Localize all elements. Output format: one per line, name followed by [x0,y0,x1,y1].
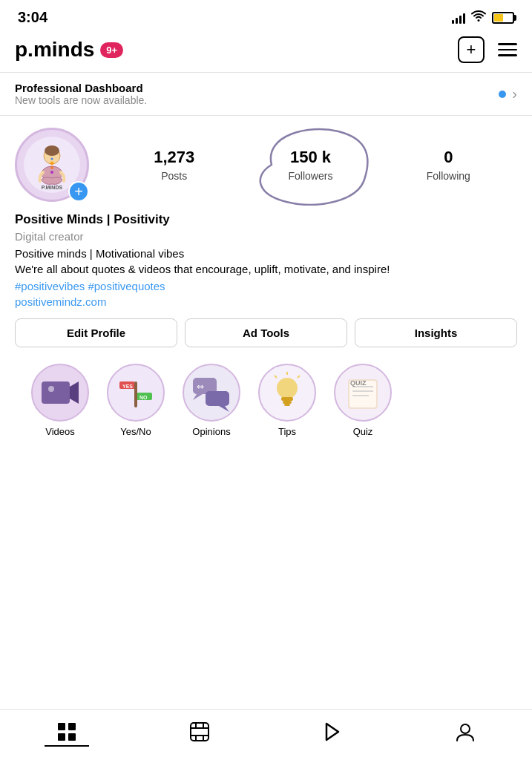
highlight-circle-videos [31,364,89,422]
highlight-yesno[interactable]: YES NO Yes/No [102,364,169,437]
pro-banner-title: Professional Dashboard [15,82,147,94]
edit-profile-button[interactable]: Edit Profile [15,318,177,347]
add-icon: + [458,36,485,63]
svg-marker-9 [70,381,79,404]
wifi-icon [471,10,486,25]
status-time: 3:04 [18,9,47,26]
video-camera-icon [38,370,82,415]
svg-line-29 [275,376,277,378]
highlight-quiz[interactable]: QUIZ Quiz [329,364,396,437]
following-stat: 0 Following [427,148,470,182]
nav-grid[interactable] [45,718,89,747]
status-icons [452,10,514,25]
svg-rect-44 [203,723,204,727]
profile-section: P.MINDS + 1,273 Posts 150 k Followers 0 … [0,116,532,508]
svg-line-28 [298,376,300,378]
nav-play[interactable] [310,718,355,745]
yesno-icon: YES NO [114,370,158,415]
svg-rect-46 [203,736,204,741]
signal-icon [452,12,465,24]
svg-rect-26 [284,404,290,406]
highlight-label-yesno: Yes/No [120,426,151,437]
highlight-videos[interactable]: Videos [27,364,93,437]
highlight-label-quiz: Quiz [353,426,373,437]
pro-banner-right: › [499,85,517,102]
svg-rect-45 [195,736,197,741]
svg-rect-43 [195,723,197,727]
highlight-circle-yesno: YES NO [107,364,165,422]
highlight-circle-tips [258,364,316,422]
chevron-right-icon: › [512,85,517,102]
action-buttons: Edit Profile Ad Tools Insights [15,318,517,347]
highlight-circle-quiz: QUIZ [334,364,392,422]
tips-lightbulb-icon [265,370,309,415]
svg-point-5 [50,166,53,169]
insights-button[interactable]: Insights [355,318,517,347]
svg-text:QUIZ: QUIZ [350,379,367,387]
add-story-button[interactable]: + [68,181,89,202]
svg-rect-40 [191,723,208,741]
svg-marker-19 [193,394,203,400]
following-count: 0 [444,148,453,167]
battery-icon [492,12,514,24]
svg-point-48 [461,724,470,733]
profile-bio: Positive minds | Motivational vibes We'r… [15,246,517,277]
profile-hashtags[interactable]: #positivevibes #positivequotes [15,280,517,292]
followers-count: 150 k [290,148,331,167]
svg-text:NO: NO [139,395,148,400]
svg-rect-8 [42,381,70,404]
highlight-label-opinions: Opinions [192,426,230,437]
profile-icon [455,721,476,742]
username: p.minds [15,38,94,62]
svg-rect-41 [191,727,208,729]
followers-stat: 150 k Followers [289,148,333,182]
blue-dot-icon [499,91,506,98]
highlight-opinions[interactable]: ⇔ Opinions [178,364,245,437]
stats-container: 1,273 Posts 150 k Followers 0 Following [107,148,517,182]
svg-marker-47 [326,724,338,740]
play-icon [322,721,343,742]
svg-rect-37 [68,723,76,730]
battery-fill [494,14,503,22]
profile-website[interactable]: positivemindz.com [15,295,517,308]
svg-rect-11 [134,381,137,407]
bottom-nav [0,709,532,760]
svg-text:YES: YES [122,384,133,389]
highlight-label-videos: Videos [45,426,75,437]
posts-stat: 1,273 Posts [154,148,194,182]
menu-button[interactable] [498,43,517,56]
followers-label: Followers [289,170,333,182]
header-left: p.minds 9+ [15,38,123,62]
highlight-label-tips: Tips [278,426,296,437]
add-post-button[interactable]: + [458,36,485,63]
svg-rect-24 [281,397,293,401]
highlight-circle-opinions: ⇔ [183,364,240,422]
avatar-container: P.MINDS + [15,128,89,202]
grid-icon [56,721,77,742]
ad-tools-button[interactable]: Ad Tools [185,318,347,347]
profile-category: Digital creator [15,230,517,243]
hamburger-icon [498,43,517,56]
svg-rect-38 [58,733,65,741]
pro-banner[interactable]: Professional Dashboard New tools are now… [0,72,532,116]
posts-count: 1,273 [154,148,194,167]
header-right: + [458,36,517,63]
avatar-label: P.MINDS [42,185,62,190]
svg-rect-20 [206,391,229,406]
posts-label: Posts [161,170,187,182]
svg-point-6 [50,171,53,174]
following-label: Following [427,170,470,182]
opinions-icon: ⇔ [189,370,234,415]
status-bar: 3:04 [0,0,532,30]
highlight-tips[interactable]: Tips [254,364,321,437]
notification-badge[interactable]: 9+ [100,42,123,58]
svg-rect-25 [283,401,292,404]
profile-name: Positive Minds | Positivity [15,212,517,227]
svg-marker-21 [219,406,229,412]
reels-icon [189,721,210,742]
nav-profile[interactable] [443,718,487,745]
svg-text:⇔: ⇔ [197,381,204,392]
svg-rect-42 [191,735,208,736]
svg-point-7 [51,158,53,160]
nav-reels[interactable] [177,718,222,745]
